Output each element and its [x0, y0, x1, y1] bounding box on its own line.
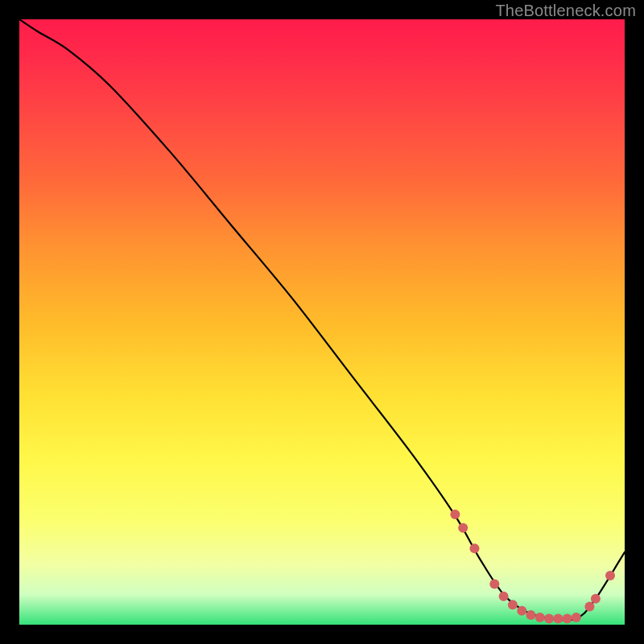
chart-marker	[591, 594, 601, 604]
chart-marker	[605, 571, 615, 580]
chart-marker	[517, 606, 526, 616]
chart-stage: TheBottleneck.com	[0, 0, 644, 644]
chart-marker	[450, 510, 460, 519]
chart-marker	[526, 610, 535, 620]
chart-marker	[535, 613, 545, 622]
chart-marker	[508, 600, 518, 609]
chart-marker	[572, 613, 581, 622]
chart-marker	[489, 580, 499, 589]
chart-marker	[458, 523, 468, 533]
chart-series-curve	[19, 19, 625, 620]
chart-marker	[544, 614, 554, 624]
chart-marker	[563, 614, 572, 624]
chart-marker	[553, 614, 563, 624]
chart-marker-group	[450, 510, 615, 623]
chart-marker	[584, 601, 594, 611]
chart-marker	[499, 592, 509, 601]
chart-plot-area	[19, 19, 625, 625]
chart-svg	[19, 19, 625, 625]
attribution-text: TheBottleneck.com	[495, 2, 636, 20]
chart-marker	[470, 543, 480, 553]
